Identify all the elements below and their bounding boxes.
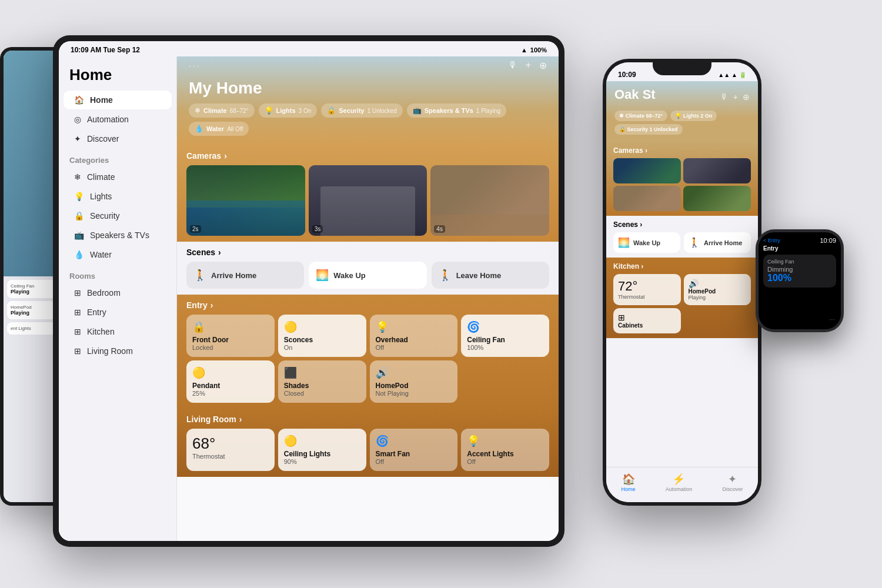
sidebar-item-entry[interactable]: ⊞ Entry <box>64 303 172 322</box>
iphone-add-icon[interactable]: + <box>733 92 738 102</box>
pill-speakers[interactable]: 📺 Speakers & TVs 1 Playing <box>407 103 506 118</box>
living-accent-lights[interactable]: 💡 Accent Lights Off <box>461 429 549 471</box>
iphone-tab-home-icon: 🏠 <box>622 473 636 486</box>
iphone-scene-arrive-home[interactable]: 🚶 Arrive Home <box>684 232 751 253</box>
living-ceiling-lights[interactable]: 🟡 Ceiling Lights 90% <box>278 429 366 471</box>
shades-status: Closed <box>284 390 360 397</box>
camera-thumb-pool[interactable]: 2s <box>186 165 305 236</box>
shades-name: Shades <box>284 382 360 390</box>
iphone-title: Oak St <box>614 87 656 102</box>
entry-shades[interactable]: ⬛ Shades Closed <box>278 360 366 403</box>
sidebar-item-bedroom[interactable]: ⊞ Bedroom <box>64 283 172 302</box>
pill-climate[interactable]: ❄ Climate 68–72° <box>189 103 255 118</box>
entry-pendant[interactable]: 🟡 Pendant 25% <box>186 360 275 403</box>
sconces-status: On <box>284 344 360 351</box>
sidebar-item-lights[interactable]: 💡 Lights <box>64 187 172 206</box>
ipad-screen: 10:09 AM Tue Sep 12 ▲ 100% Home 🏠 Home ◎ <box>59 41 559 541</box>
iphone-homepod[interactable]: 🔊 HomePod Playing <box>684 274 751 305</box>
iphone-tab-home[interactable]: 🏠 Home <box>622 473 636 492</box>
ipad-main: 10:09 AM Tue Sep 12 ▲ 100% Home 🏠 Home ◎ <box>53 35 564 547</box>
entry-ceiling-fan[interactable]: 🌀 Ceiling Fan 100% <box>461 315 549 357</box>
entry-front-door[interactable]: 🔒 Front Door Locked <box>186 315 275 357</box>
shades-icon: ⬛ <box>284 366 360 379</box>
watch-back-button[interactable]: < Entry <box>763 238 780 243</box>
sidebar-home-label: Home <box>90 95 113 105</box>
sidebar-bedroom-label: Bedroom <box>87 288 121 298</box>
living-smart-fan[interactable]: 🌀 Smart Fan Off <box>370 429 458 471</box>
iphone-scenes-header: Scenes › <box>613 220 751 229</box>
pill-lights-label: Lights <box>276 107 296 114</box>
scene-leave-home[interactable]: 🚶 Leave Home <box>432 262 549 289</box>
watch-screen: < Entry 10:09 Entry Ceiling Fan Dimming … <box>759 232 841 329</box>
iphone-pill-climate[interactable]: ❄ Climate 68–72° <box>614 111 667 121</box>
living-thermostat[interactable]: 68° Thermostat <box>186 429 275 471</box>
kitchen-icon: ⊞ <box>74 327 81 336</box>
scenes-chevron: › <box>218 248 221 257</box>
entry-header[interactable]: Entry › <box>186 300 549 310</box>
iphone-tab-discover[interactable]: ✦ Discover <box>722 473 743 492</box>
bedroom-icon: ⊞ <box>74 288 81 298</box>
watch-card-ceiling-fan[interactable]: Ceiling Fan Dimming 100% <box>763 255 836 288</box>
sidebar-discover-label: Discover <box>87 134 119 143</box>
iphone-battery-icon: 🔋 <box>739 72 746 78</box>
iphone-wifi-icon: ▲ <box>731 72 737 78</box>
cameras-header[interactable]: Cameras › <box>186 151 549 161</box>
sidebar-item-speakers[interactable]: 📺 Speakers & TVs <box>64 226 172 245</box>
iphone-homepod-icon: 🔊 <box>689 279 747 288</box>
iphone-tab-automation-label: Automation <box>666 486 693 492</box>
overhead-icon: 💡 <box>376 320 452 333</box>
pill-security[interactable]: 🔒 Security 1 Unlocked <box>321 103 402 118</box>
iphone-waveform-icon[interactable]: 🎙 <box>720 92 729 102</box>
iphone-tab-automation[interactable]: ⚡ Automation <box>666 473 693 492</box>
waveform-icon[interactable]: 🎙 <box>508 60 517 71</box>
watch-more-button[interactable]: ··· <box>829 315 835 323</box>
sidebar-item-automation[interactable]: ◎ Automation <box>64 110 172 129</box>
smart-fan-icon: 🌀 <box>376 435 452 447</box>
iphone-cabinets[interactable]: ⊞ Cabinets <box>613 308 681 333</box>
iphone-tab-discover-icon: ✦ <box>722 473 743 486</box>
iphone-cam-4[interactable] <box>683 186 751 211</box>
iphone-cam-1[interactable] <box>613 158 681 183</box>
leave-home-icon: 🚶 <box>439 269 452 282</box>
scene-wake-up[interactable]: 🌅 Wake Up <box>309 262 426 289</box>
wake-up-icon: 🌅 <box>316 269 329 282</box>
ceiling-fan-icon: 🌀 <box>467 320 543 333</box>
sidebar-item-kitchen[interactable]: ⊞ Kitchen <box>64 322 172 341</box>
sidebar-item-living-room[interactable]: ⊞ Living Room <box>64 342 172 360</box>
living-room-header[interactable]: Living Room › <box>186 415 549 424</box>
pill-lights[interactable]: 💡 Lights 3 On <box>259 103 318 118</box>
iphone-cam-2[interactable] <box>683 158 751 183</box>
iphone-thermostat[interactable]: 72° Thermostat <box>613 274 681 305</box>
iphone-scenes-row: 🌅 Wake Up 🚶 Arrive Home <box>613 232 751 253</box>
wake-up-label: Wake Up <box>333 271 365 280</box>
sidebar-item-climate[interactable]: ❄ Climate <box>64 168 172 186</box>
pill-water[interactable]: 💧 Water All Off <box>189 122 249 136</box>
main-header: ··· 🎙 + ⊕ My Home ❄ <box>177 56 559 145</box>
entry-homepod[interactable]: 🔊 HomePod Not Playing <box>370 360 458 403</box>
entry-sconces[interactable]: 🟡 Sconces On <box>278 315 366 357</box>
camera-thumb-garage[interactable]: 3s <box>309 165 427 236</box>
category-pills: ❄ Climate 68–72° 💡 Lights 3 On <box>189 103 547 136</box>
iphone-pill-security[interactable]: 🔒 Security 1 Unlocked <box>614 124 683 135</box>
more-icon[interactable]: ⊕ <box>539 60 547 71</box>
camera-thumb-living[interactable]: 4s <box>430 165 549 236</box>
sidebar-item-home[interactable]: 🏠 Home <box>64 91 172 109</box>
iphone-tab-automation-icon: ⚡ <box>666 473 693 486</box>
topbar-actions: 🎙 + ⊕ <box>508 60 547 71</box>
iphone-homepod-name: HomePod <box>689 288 747 295</box>
pill-climate-icon: ❄ <box>195 106 201 115</box>
sidebar-item-discover[interactable]: ✦ Discover <box>64 129 172 148</box>
iphone-pill-lights[interactable]: 💡 Lights 2 On <box>670 111 717 121</box>
scene-arrive-home[interactable]: 🚶 Arrive Home <box>186 262 304 289</box>
pill-climate-sub: 68–72° <box>230 108 249 114</box>
iphone-cam-3[interactable] <box>613 186 681 211</box>
scenes-header[interactable]: Scenes › <box>186 248 549 257</box>
arrive-home-icon: 🚶 <box>193 269 206 282</box>
entry-overhead[interactable]: 💡 Overhead Off <box>370 315 458 357</box>
sidebar-item-water[interactable]: 💧 Water <box>64 245 172 264</box>
iphone-cameras-header[interactable]: Cameras › <box>613 146 751 155</box>
iphone-scene-wake-up[interactable]: 🌅 Wake Up <box>613 232 680 253</box>
add-icon[interactable]: + <box>526 60 531 71</box>
iphone-more-icon[interactable]: ⊕ <box>743 92 750 102</box>
sidebar-item-security[interactable]: 🔒 Security <box>64 206 172 225</box>
